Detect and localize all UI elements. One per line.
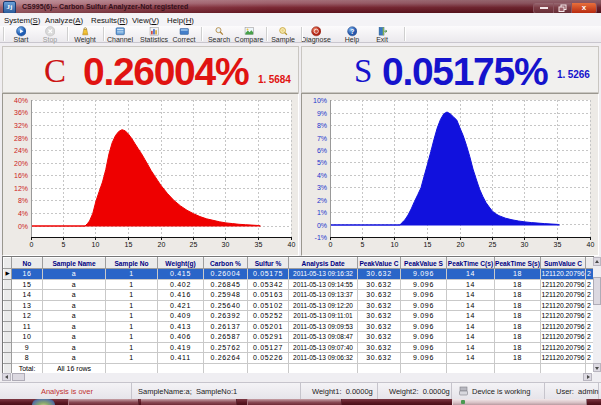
svg-text:5: 5	[62, 241, 66, 248]
svg-text:0: 0	[30, 241, 34, 248]
svg-text:35: 35	[554, 241, 562, 248]
svg-text:36%: 36%	[14, 109, 28, 116]
svg-text:20: 20	[158, 241, 166, 248]
svg-text:24%: 24%	[14, 147, 28, 154]
svg-text:8%: 8%	[18, 197, 28, 204]
svg-text:?: ?	[350, 28, 354, 35]
svg-text:8%: 8%	[317, 122, 327, 129]
svg-text:30: 30	[521, 241, 529, 248]
svg-text:40: 40	[288, 241, 296, 248]
svg-text:40: 40	[587, 241, 595, 248]
svg-text:1%: 1%	[317, 209, 327, 216]
svg-text:32%: 32%	[14, 122, 28, 129]
svg-text:35: 35	[255, 241, 263, 248]
svg-text:10: 10	[92, 241, 100, 248]
svg-text:40%: 40%	[14, 97, 28, 104]
svg-text:15: 15	[125, 241, 133, 248]
svg-text:9%: 9%	[317, 110, 327, 117]
svg-text:10%: 10%	[313, 97, 327, 104]
svg-text:5: 5	[361, 241, 365, 248]
svg-text:28%: 28%	[14, 135, 28, 142]
svg-text:20: 20	[457, 241, 465, 248]
svg-text:20%: 20%	[14, 160, 28, 167]
svg-text:-1%: -1%	[315, 234, 327, 241]
svg-text:15: 15	[424, 241, 432, 248]
svg-text:0: 0	[329, 241, 333, 248]
svg-text:4%: 4%	[18, 210, 28, 217]
svg-text:2%: 2%	[317, 197, 327, 204]
svg-text:6%: 6%	[317, 147, 327, 154]
svg-text:0%: 0%	[317, 222, 327, 229]
svg-text:10: 10	[391, 241, 399, 248]
svg-text:0%: 0%	[18, 223, 28, 230]
svg-text:4%: 4%	[317, 172, 327, 179]
svg-text:5%: 5%	[317, 159, 327, 166]
svg-text:12%: 12%	[14, 185, 28, 192]
svg-text:25: 25	[190, 241, 198, 248]
svg-text:7%: 7%	[317, 135, 327, 142]
svg-text:3%: 3%	[317, 184, 327, 191]
svg-text:25: 25	[489, 241, 497, 248]
svg-text:16%: 16%	[14, 172, 28, 179]
svg-text:30: 30	[222, 241, 230, 248]
